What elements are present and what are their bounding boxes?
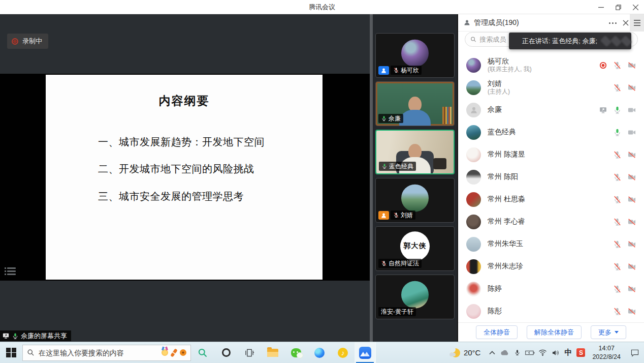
camera-muted-icon[interactable] [627, 285, 636, 293]
screen-share-banner: 佘廉的屏幕共享 [0, 330, 71, 341]
member-row[interactable]: 佘廉 [458, 99, 644, 121]
medal-icon [162, 349, 168, 356]
mic-on-icon[interactable] [613, 128, 622, 137]
video-thumbnail[interactable]: 佘廉 [375, 81, 455, 126]
close-button[interactable] [627, 0, 644, 14]
camera-on-icon[interactable] [627, 128, 636, 137]
mic-muted-icon[interactable] [613, 285, 622, 293]
temperature-label: 20°C [464, 348, 481, 357]
mic-muted-icon[interactable] [613, 307, 622, 316]
slide-list-icon[interactable] [5, 267, 16, 277]
recording-indicator-icon[interactable] [599, 61, 607, 70]
minimize-button[interactable] [592, 0, 609, 14]
camera-muted-icon[interactable] [627, 240, 636, 249]
cohost-badge-icon [378, 66, 389, 75]
mic-on-icon[interactable] [613, 106, 622, 114]
onedrive-tray-icon[interactable] [498, 342, 511, 363]
task-view-button[interactable] [238, 342, 261, 363]
wifi-tray-icon[interactable] [536, 342, 549, 363]
chevron-up-icon [489, 351, 495, 355]
panel-header: 管理成员(190) [458, 14, 644, 32]
battery-tray-icon[interactable] [524, 342, 536, 363]
mic-muted-icon[interactable] [613, 61, 622, 70]
tencent-meeting-taskbar-button[interactable] [355, 342, 376, 363]
sogou-s-icon: S [576, 348, 585, 357]
mic-muted-icon[interactable] [613, 173, 622, 182]
panel-footer: 全体静音 解除全体静音 更多 [458, 322, 644, 342]
search-highlights-icons[interactable] [162, 349, 186, 356]
camera-muted-icon[interactable] [627, 83, 636, 92]
member-avatar [466, 259, 481, 274]
mic-muted-icon[interactable] [613, 262, 622, 271]
ime-tray-icon[interactable]: 中 [562, 342, 574, 363]
panel-more-icon[interactable] [609, 22, 617, 24]
wechat-button[interactable] [284, 342, 308, 363]
cortana-button[interactable] [214, 342, 238, 363]
sogou-tray-icon[interactable]: S [574, 342, 587, 363]
members-icon [463, 19, 471, 26]
more-button[interactable]: 更多 [591, 325, 626, 339]
camera-on-icon[interactable] [627, 106, 636, 114]
member-name: 常州朱志珍 [488, 262, 613, 271]
start-button[interactable] [0, 342, 22, 363]
member-row[interactable]: 常州 陈阳 [458, 166, 644, 188]
search-app-button[interactable] [191, 342, 214, 363]
video-thumbnail[interactable]: 淮安-黄子轩 [375, 275, 455, 319]
restore-button[interactable] [609, 0, 627, 14]
screen-share-stage: 内容纲要 一、城市发展新趋势：开发地下空间 二、开发城市地下空间的风险挑战 三、… [0, 14, 370, 342]
member-avatar [466, 147, 481, 162]
chevron-down-icon [615, 331, 619, 334]
member-row[interactable]: 常州 杜思淼 [458, 188, 644, 210]
volume-tray-icon[interactable] [549, 342, 562, 363]
tray-expand-button[interactable] [486, 342, 498, 363]
microphone-tray-icon[interactable] [511, 342, 524, 363]
mic-muted-icon[interactable] [613, 240, 622, 249]
member-row[interactable]: 常州朱华玉 [458, 233, 644, 255]
mic-muted-icon[interactable] [613, 195, 622, 204]
camera-muted-icon[interactable] [627, 307, 636, 316]
flower-icon [180, 349, 186, 356]
mic-muted-icon[interactable] [613, 218, 622, 226]
member-avatar [466, 103, 481, 117]
file-explorer-button[interactable] [261, 342, 284, 363]
camera-muted-icon[interactable] [627, 150, 636, 159]
taskbar-search-input[interactable] [39, 349, 157, 357]
camera-muted-icon[interactable] [627, 195, 636, 204]
panel-close-icon[interactable] [623, 20, 629, 26]
camera-muted-icon[interactable] [627, 61, 636, 70]
member-row[interactable]: 杨可欣(联席主持人, 我) [458, 54, 644, 76]
camera-muted-icon[interactable] [627, 262, 636, 271]
video-thumbnail[interactable]: 蓝色经典 [375, 130, 455, 174]
taskbar-search-box[interactable] [22, 345, 191, 361]
screen-sharing-icon[interactable] [599, 106, 607, 114]
member-row[interactable]: 蓝色经典 [458, 121, 644, 143]
action-center-button[interactable] [626, 342, 644, 363]
mute-all-button[interactable]: 全体静音 [476, 325, 518, 339]
member-row[interactable]: 陈彤 [458, 300, 644, 322]
mic-muted-icon[interactable] [613, 83, 622, 92]
video-thumbnail[interactable]: 杨可欣 [375, 33, 455, 78]
member-row[interactable]: 刘婧(主持人) [458, 76, 644, 99]
video-thumbnail[interactable]: 郭大侠自然辩证法 [375, 226, 455, 271]
tencent-meeting-window: 腾讯会议 内容纲要 一、城市发展新趋势：开发地下空间 二、开发城市地下空间的风险… [0, 0, 644, 363]
member-row[interactable]: 常州 陈潇昱 [458, 143, 644, 166]
participant-name: 自然辩证法 [389, 259, 419, 268]
member-row[interactable]: 常州 李心睿 [458, 210, 644, 233]
member-avatar [466, 237, 481, 252]
camera-muted-icon[interactable] [627, 218, 636, 226]
panel-menu-button[interactable] [630, 14, 644, 32]
mic-muted-icon[interactable] [613, 150, 622, 159]
video-thumbnail[interactable]: 刘婧 [375, 178, 455, 223]
member-row[interactable]: 陈婷 [458, 278, 644, 300]
taskbar-clock[interactable]: 14:07 2022/8/24 [587, 344, 626, 361]
weather-widget[interactable]: 20°C [446, 348, 486, 357]
member-row[interactable]: 常州朱志珍 [458, 255, 644, 278]
clock-time: 14:07 [592, 344, 621, 353]
qq-music-button[interactable]: ♪ [331, 342, 355, 363]
edge-button[interactable] [308, 342, 331, 363]
mic-on-icon [12, 332, 19, 340]
camera-muted-icon[interactable] [627, 173, 636, 182]
member-avatar [466, 192, 481, 207]
unmute-all-button[interactable]: 解除全体静音 [527, 325, 582, 339]
participant-name-pill: 蓝色经典 [379, 162, 416, 171]
